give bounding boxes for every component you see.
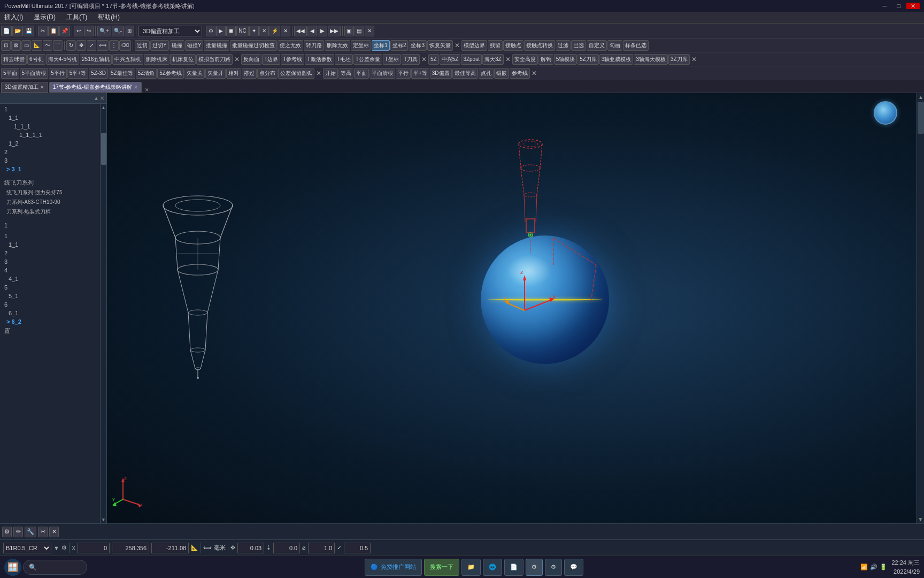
tb-view-all[interactable]: ⊞: [125, 26, 134, 36]
相对[interactable]: 相对: [226, 68, 241, 79]
panel-vscroll[interactable]: ▲ ▼: [100, 104, 106, 523]
tree-set[interactable]: 置: [2, 326, 104, 336]
镶嵌[interactable]: 镶嵌: [494, 68, 509, 79]
tb2-spline[interactable]: 〜: [43, 40, 52, 51]
tb-paste[interactable]: 📌: [59, 26, 70, 36]
tb-undo[interactable]: ↩: [74, 26, 83, 36]
tb-simulate[interactable]: ▶: [216, 26, 226, 36]
点分布[interactable]: 点分布: [257, 68, 278, 79]
tab-3d-close[interactable]: ✕: [40, 85, 44, 90]
taskbar-explorer[interactable]: 📁: [461, 559, 481, 576]
tb2-measure[interactable]: 📐: [32, 40, 42, 51]
自定义[interactable]: 自定义: [587, 40, 607, 51]
bt-cut2[interactable]: ✂: [38, 527, 48, 537]
tb-redo[interactable]: ↪: [84, 26, 94, 36]
tb-cut[interactable]: ✂: [38, 26, 48, 36]
平面清根[interactable]: 平面清根: [369, 68, 395, 79]
样条已选[interactable]: 样条已选: [623, 40, 649, 51]
海天45[interactable]: 海天4-5号机: [46, 54, 79, 65]
panel-scroll-down[interactable]: ▼: [101, 517, 106, 522]
安全高度[interactable]: 安全高度: [512, 54, 538, 65]
tab-3d[interactable]: 3D偏置精加工 ✕: [1, 82, 48, 93]
5轴模块[interactable]: 5轴模块: [554, 54, 578, 65]
tree-1_1[interactable]: 1_1: [2, 113, 104, 122]
删除无效[interactable]: 删除无效: [325, 40, 350, 51]
minimize-btn[interactable]: ─: [878, 3, 891, 9]
bt-wrench[interactable]: 🔧: [25, 527, 36, 537]
taskbar-powermill[interactable]: ⚙: [526, 559, 543, 576]
tb2-rotate[interactable]: ↻: [66, 40, 76, 51]
vscroll-down[interactable]: ▼: [917, 516, 924, 522]
T坐标[interactable]: T坐标: [383, 54, 401, 65]
tree-s4_1[interactable]: 4_1: [2, 275, 104, 283]
tb-open[interactable]: 📂: [12, 26, 23, 36]
最佳等高[interactable]: 最佳等高: [452, 68, 478, 79]
tol-input[interactable]: [237, 543, 264, 553]
T边界[interactable]: T边界: [262, 54, 280, 65]
5Z-3D[interactable]: 5Z-3D: [89, 68, 108, 79]
平行[interactable]: 平行: [396, 68, 411, 79]
tb2-mirror[interactable]: ⟺: [97, 40, 109, 51]
bt-settings[interactable]: ⚙: [2, 527, 12, 537]
过滤[interactable]: 过滤: [556, 40, 571, 51]
check-input[interactable]: [344, 543, 371, 553]
5Z清角[interactable]: 5Z清角: [136, 68, 157, 79]
tree-s6_2[interactable]: > 6_2: [2, 317, 104, 326]
start-btn[interactable]: 🪟: [4, 559, 21, 576]
panel-scroll-up[interactable]: ▲: [101, 104, 106, 111]
bt-edit[interactable]: ✏: [13, 527, 23, 537]
tb2-trans[interactable]: ✥: [76, 40, 86, 51]
精去球管[interactable]: 精去球管: [1, 54, 27, 65]
close-btn[interactable]: ✕: [906, 3, 920, 9]
menu-tools[interactable]: 工具(T): [64, 12, 89, 23]
network-icon[interactable]: 📶: [860, 564, 868, 571]
3Z刀库[interactable]: 3Z刀库: [668, 54, 690, 65]
勾画[interactable]: 勾画: [607, 40, 622, 51]
tb-next[interactable]: ▶▶: [328, 26, 341, 36]
tree-s3[interactable]: 3: [2, 257, 104, 266]
vscroll-thumb[interactable]: [918, 102, 924, 134]
tree-s4[interactable]: 4: [2, 266, 104, 275]
toolpath-type-combo[interactable]: 3D偏置精加工: [138, 26, 202, 36]
磁碰[interactable]: 磁撞: [170, 40, 184, 51]
5Z参考线[interactable]: 5Z参考线: [157, 68, 184, 79]
tb-new[interactable]: 📄: [1, 26, 12, 36]
tb-frame1[interactable]: ▣: [344, 26, 354, 36]
反向面[interactable]: 反向面: [241, 54, 261, 65]
tb-back[interactable]: ◀: [307, 26, 317, 36]
5Z刀库[interactable]: 5Z刀库: [578, 54, 599, 65]
viewport-vscroll[interactable]: ▲ ▼: [917, 93, 924, 523]
tb-nc[interactable]: NC: [236, 26, 248, 36]
6号机[interactable]: 6号机: [27, 54, 45, 65]
tb-stop[interactable]: ⏹: [226, 26, 236, 36]
tb2-box[interactable]: ▭: [21, 40, 31, 51]
3Zpost[interactable]: 3Zpost: [461, 54, 482, 65]
panel-up-btn[interactable]: ▲: [94, 95, 99, 101]
已选[interactable]: 已选: [571, 40, 586, 51]
tb-close2[interactable]: ✕: [281, 26, 290, 36]
tb2-select2[interactable]: ⊠: [11, 40, 21, 51]
tool-combo-arrow[interactable]: ▼: [53, 545, 59, 551]
tree-s1b[interactable]: 1: [2, 232, 104, 240]
tree-s6[interactable]: 6: [2, 300, 104, 309]
tree-3[interactable]: 3: [2, 156, 104, 165]
3轴亚威模板[interactable]: 3轴亚威模板: [599, 54, 634, 65]
tree-1_1_1_1[interactable]: 1_1_1_1: [2, 131, 104, 139]
tb-copy[interactable]: 📋: [48, 26, 59, 36]
开始[interactable]: 开始: [323, 68, 338, 79]
tree-2[interactable]: 2: [2, 148, 104, 156]
使之无效[interactable]: 使之无效: [278, 40, 303, 51]
搭过[interactable]: 搭过: [242, 68, 257, 79]
tool-combo[interactable]: B1R0.5_CR: [3, 543, 51, 553]
tree-3_1[interactable]: > 3_1: [2, 165, 104, 173]
tree-tool-75[interactable]: 统飞刀系列-强力夹持75: [2, 188, 104, 197]
tab-17-close[interactable]: ✕: [134, 85, 138, 90]
3轴海天模板[interactable]: 3轴海天模板: [634, 54, 668, 65]
tree-1_2[interactable]: 1_2: [2, 139, 104, 148]
tree-s5[interactable]: 5: [2, 283, 104, 292]
磁碰Y[interactable]: 磁撞Y: [185, 40, 204, 51]
解钩[interactable]: 解钩: [538, 54, 553, 65]
coord-y-input[interactable]: [112, 543, 149, 553]
coord-z-input[interactable]: [151, 543, 189, 553]
删除机床[interactable]: 删除机床: [144, 54, 170, 65]
